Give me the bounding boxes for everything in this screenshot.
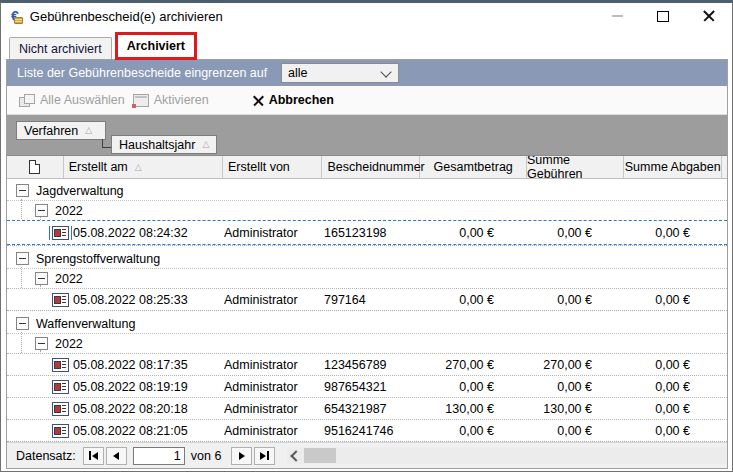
next-record-button[interactable] bbox=[231, 447, 252, 465]
document-icon bbox=[29, 160, 40, 174]
sort-asc-icon: △ bbox=[202, 140, 209, 149]
collapse-icon[interactable] bbox=[16, 317, 29, 330]
select-all-icon bbox=[19, 94, 35, 107]
group-field-haushaltsjahr[interactable]: Haushaltsjahr △ bbox=[111, 135, 217, 154]
arrow-left-icon bbox=[92, 452, 98, 460]
collapse-icon[interactable] bbox=[16, 252, 29, 265]
cell-bescheidnummer: 654321987 bbox=[324, 402, 417, 416]
collapse-icon[interactable] bbox=[35, 272, 48, 285]
cell-bescheidnummer: 123456789 bbox=[324, 358, 417, 372]
cell-summe-gebuehren: 0,00 € bbox=[529, 380, 627, 394]
group-label: 2022 bbox=[55, 204, 83, 218]
table-row[interactable]: 05.08.2022 08:17:35 Administrator 123456… bbox=[7, 353, 727, 375]
cell-bescheidnummer: 987654321 bbox=[324, 380, 417, 394]
previous-record-button[interactable] bbox=[106, 447, 127, 465]
group-row-haushaltsjahr[interactable]: 2022 bbox=[7, 268, 727, 288]
table-body: Jagdverwaltung 2022 05.08.2022 08:24:32 … bbox=[7, 179, 727, 442]
sort-asc-icon: △ bbox=[135, 163, 142, 172]
column-erstellt-von[interactable]: Erstellt von bbox=[223, 156, 323, 178]
window-controls bbox=[594, 4, 732, 28]
cell-erstellt-am: 05.08.2022 08:24:32 bbox=[73, 226, 224, 240]
cell-erstellt-von: Administrator bbox=[224, 293, 324, 307]
column-record-indicator[interactable] bbox=[7, 156, 64, 178]
cell-gesamtbetrag: 0,00 € bbox=[417, 424, 529, 438]
collapse-icon[interactable] bbox=[35, 337, 48, 350]
table-row[interactable]: 05.08.2022 08:20:18 Administrator 654321… bbox=[7, 397, 727, 419]
cell-summe-gebuehren: 0,00 € bbox=[529, 293, 627, 307]
cell-erstellt-von: Administrator bbox=[224, 380, 324, 394]
fee-notice-icon bbox=[52, 402, 69, 416]
fee-notice-icon bbox=[52, 226, 69, 240]
group-row-haushaltsjahr[interactable]: 2022 bbox=[7, 200, 727, 220]
table-row[interactable]: 05.08.2022 08:21:05 Administrator 951624… bbox=[7, 419, 727, 441]
cell-erstellt-von: Administrator bbox=[224, 402, 324, 416]
cell-erstellt-am: 05.08.2022 08:17:35 bbox=[73, 358, 224, 372]
group-row-verfahren[interactable]: Waffenverwaltung bbox=[7, 314, 727, 333]
minimize-icon bbox=[612, 15, 623, 17]
fee-notice-icon bbox=[52, 380, 69, 394]
scrollbar-thumb[interactable] bbox=[304, 448, 336, 463]
table-row[interactable]: 05.08.2022 08:25:33 Administrator 797164… bbox=[7, 288, 727, 310]
record-label: Datensatz: bbox=[16, 449, 76, 463]
cell-summe-gebuehren: 0,00 € bbox=[529, 226, 627, 240]
table-row[interactable]: 05.08.2022 08:19:19 Administrator 987654… bbox=[7, 375, 727, 397]
group-label: Waffenverwaltung bbox=[36, 317, 135, 331]
window-title: Gebührenbescheid(e) archivieren bbox=[30, 9, 223, 24]
select-all-button[interactable]: Alle Auswählen bbox=[15, 91, 129, 109]
horizontal-scrollbar[interactable] bbox=[287, 447, 727, 464]
column-summe-abgaben[interactable]: Summe Abgaben bbox=[624, 156, 722, 178]
dialog-window: € Gebührenbescheid(e) archivieren Nicht … bbox=[0, 0, 733, 472]
minimize-button[interactable] bbox=[594, 4, 640, 28]
tab-archiviert[interactable]: Archiviert bbox=[115, 32, 197, 60]
filter-dropdown[interactable]: alle bbox=[281, 63, 399, 83]
cell-erstellt-von: Administrator bbox=[224, 358, 324, 372]
group-section: Waffenverwaltung 2022 05.08.2022 08:17:3… bbox=[7, 314, 727, 442]
last-record-button[interactable] bbox=[254, 447, 275, 465]
scroll-left-icon[interactable] bbox=[291, 450, 302, 461]
group-row-haushaltsjahr[interactable]: 2022 bbox=[7, 333, 727, 353]
cell-summe-abgaben: 0,00 € bbox=[627, 402, 725, 416]
column-summe-gebuehren[interactable]: Summe Gebühren bbox=[527, 156, 625, 178]
group-row-verfahren[interactable]: Jagdverwaltung bbox=[7, 181, 727, 200]
record-number-input[interactable] bbox=[133, 447, 185, 465]
table-row[interactable]: 05.08.2022 08:24:32 Administrator 165123… bbox=[7, 220, 727, 245]
column-bescheidnummer[interactable]: Bescheidnummer bbox=[322, 156, 420, 178]
close-icon bbox=[703, 10, 715, 22]
cell-gesamtbetrag: 0,00 € bbox=[417, 380, 529, 394]
close-button[interactable] bbox=[686, 4, 732, 28]
activate-button[interactable]: Aktivieren bbox=[129, 91, 213, 109]
column-erstellt-am[interactable]: Erstellt am △ bbox=[64, 156, 223, 178]
cancel-button[interactable]: Abbrechen bbox=[249, 91, 338, 109]
euro-coins-icon: € bbox=[11, 9, 19, 23]
collapse-icon[interactable] bbox=[35, 204, 48, 217]
tab-nicht-archiviert[interactable]: Nicht archiviert bbox=[9, 37, 112, 59]
group-row-verfahren[interactable]: Sprengstoffverwaltung bbox=[7, 249, 727, 268]
collapse-icon[interactable] bbox=[16, 184, 29, 197]
group-label: Sprengstoffverwaltung bbox=[36, 252, 160, 266]
cell-summe-abgaben: 0,00 € bbox=[627, 424, 725, 438]
cell-summe-abgaben: 0,00 € bbox=[627, 293, 725, 307]
dropdown-value: alle bbox=[288, 66, 307, 80]
group-label: 2022 bbox=[55, 337, 83, 351]
cell-summe-gebuehren: 130,00 € bbox=[529, 402, 627, 416]
first-record-button[interactable] bbox=[83, 447, 104, 465]
toolbar: Alle Auswählen Aktivieren Abbrechen bbox=[7, 86, 727, 115]
tab-page: Liste der Gebührenbescheide eingrenzen a… bbox=[6, 59, 728, 469]
cell-summe-abgaben: 0,00 € bbox=[627, 358, 725, 372]
year-section: 2022 05.08.2022 08:24:32 Administrator 1… bbox=[7, 200, 727, 245]
column-filler bbox=[722, 156, 727, 178]
chevron-down-icon bbox=[380, 66, 391, 77]
group-field-verfahren[interactable]: Verfahren △ bbox=[16, 121, 106, 140]
record-count-label: von 6 bbox=[191, 449, 222, 463]
filter-label: Liste der Gebührenbescheide eingrenzen a… bbox=[17, 66, 267, 80]
cell-bescheidnummer: 9516241746 bbox=[324, 424, 417, 438]
cell-summe-gebuehren: 270,00 € bbox=[529, 358, 627, 372]
cell-summe-abgaben: 0,00 € bbox=[627, 380, 725, 394]
cell-erstellt-am: 05.08.2022 08:25:33 bbox=[73, 293, 224, 307]
cell-erstellt-am: 05.08.2022 08:19:19 bbox=[73, 380, 224, 394]
maximize-button[interactable] bbox=[640, 4, 686, 28]
column-gesamtbetrag[interactable]: Gesamtbetrag bbox=[420, 156, 526, 178]
cell-gesamtbetrag: 0,00 € bbox=[417, 293, 529, 307]
cell-erstellt-am: 05.08.2022 08:21:05 bbox=[73, 424, 224, 438]
year-section: 2022 05.08.2022 08:17:35 Administrator 1… bbox=[7, 333, 727, 441]
